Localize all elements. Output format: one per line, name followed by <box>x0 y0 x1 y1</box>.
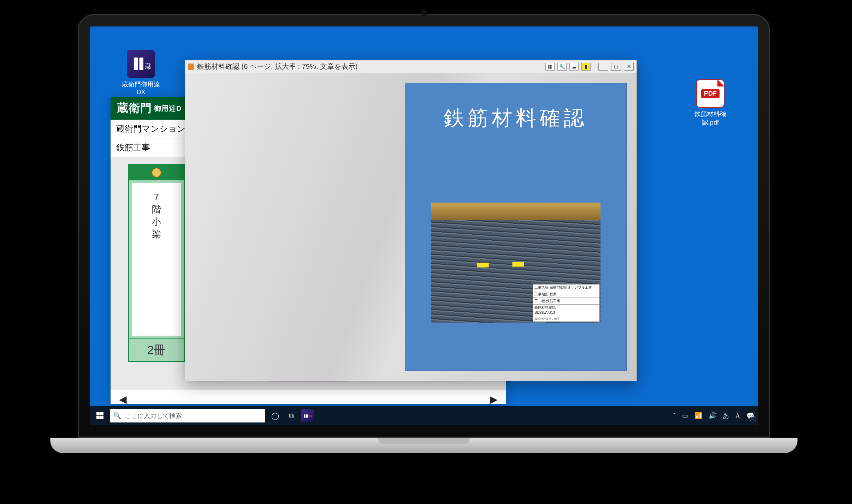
desktop-icon-pdf[interactable]: PDF 鉄筋材料確認.pdf <box>689 79 732 127</box>
cortana-icon[interactable]: ◯ <box>269 409 282 422</box>
desktop-icon-label: 蔵衛門御用達 DX <box>120 80 162 96</box>
grid-icon[interactable]: ▦ <box>545 63 555 71</box>
battery-icon[interactable]: ▭ <box>682 412 688 420</box>
pdf-icon: PDF <box>696 79 724 108</box>
book-count: 2冊 <box>129 338 184 361</box>
preview-page-left[interactable] <box>195 83 396 371</box>
app-mark-icon <box>188 64 194 70</box>
book-label: 7 階 小 梁 <box>132 183 181 336</box>
key-icon[interactable]: 🔧 <box>557 63 567 71</box>
svg-rect-3 <box>96 412 100 415</box>
ime-hiragana-icon[interactable]: あ <box>723 412 729 420</box>
category-name: 鉄筋工事 <box>116 142 150 153</box>
album-preview-window[interactable]: 鉄筋材料確認 (6 ページ, 拡大率 : 79%, 文章を表示) ▦ 🔧 ☁ ▮… <box>185 60 637 381</box>
cloud-icon[interactable]: ☁ <box>569 63 579 71</box>
book-spine-top <box>129 165 184 180</box>
photo-info-panel: 工事名称 蔵衛門御用達サンプル工事 工事場所 仁寮 工 種 鉄筋工事 鉄筋材料確… <box>533 284 600 322</box>
project-name: 蔵衛門マンションA <box>116 123 191 134</box>
svg-rect-0 <box>134 58 138 70</box>
shelf-prev-button[interactable]: ◀ <box>119 394 127 405</box>
taskbar-search[interactable]: 🔍 ここに入力して検索 <box>110 409 265 422</box>
wifi-icon[interactable]: 📶 <box>694 412 702 420</box>
action-center-icon[interactable]: 💬11 <box>746 412 754 420</box>
svg-rect-1 <box>140 58 143 70</box>
search-placeholder: ここに入力して検索 <box>125 412 182 420</box>
task-view-icon[interactable]: ⧉ <box>285 409 298 422</box>
volume-icon[interactable]: 🔊 <box>709 412 716 420</box>
ime-mode-icon[interactable]: A <box>735 412 740 420</box>
start-button[interactable] <box>94 409 106 422</box>
svg-text:蔵: 蔵 <box>145 62 150 70</box>
app-icon: 蔵 <box>127 50 155 78</box>
cover-photo: 工事名称 蔵衛門御用達サンプル工事 工事場所 仁寮 工 種 鉄筋工事 鉄筋材料確… <box>431 203 600 323</box>
preview-titlebar[interactable]: 鉄筋材料確認 (6 ページ, 拡大率 : 79%, 文章を表示) ▦ 🔧 ☁ ▮… <box>185 60 637 73</box>
minimize-button[interactable]: — <box>598 63 608 71</box>
desktop-screen: 蔵 蔵衛門御用達 DX PDF 鉄筋材料確認.pdf 蔵衛門 御用達D 蔵衛門マ… <box>90 26 758 425</box>
system-tray: ˄ ▭ 📶 🔊 あ A 💬11 <box>673 412 754 420</box>
preview-title-text: 鉄筋材料確認 (6 ページ, 拡大率 : 79%, 文章を表示) <box>197 62 357 71</box>
brand-sub: 御用達D <box>154 104 182 113</box>
preview-page-right[interactable]: 鉄筋材料確認 工事名称 蔵衛門御用達サンプル工事 工事場所 仁寮 工 種 鉄筋工… <box>405 83 627 371</box>
tray-chevron-icon[interactable]: ˄ <box>673 412 676 420</box>
desktop-icon-label: 鉄筋材料確認.pdf <box>689 110 732 127</box>
search-icon: 🔍 <box>113 412 121 420</box>
desktop-icon-kuraemon[interactable]: 蔵 蔵衛門御用達 DX <box>120 50 162 96</box>
brand-text: 蔵衛門 <box>117 101 152 116</box>
close-button[interactable]: ✕ <box>624 63 634 71</box>
pin-icon[interactable]: ▮ <box>581 63 591 71</box>
svg-rect-4 <box>100 412 103 415</box>
taskbar-pinned-kuraemon[interactable]: ▮▮es <box>301 409 314 422</box>
svg-rect-5 <box>96 416 100 419</box>
svg-rect-6 <box>100 416 103 419</box>
shelf-next-button[interactable]: ▶ <box>490 394 498 405</box>
document-title: 鉄筋材料確認 <box>444 104 588 132</box>
taskbar: 🔍 ここに入力して検索 ◯ ⧉ ▮▮es ˄ ▭ 📶 🔊 あ A 💬11 <box>90 406 758 425</box>
maximize-button[interactable]: □ <box>611 63 621 71</box>
preview-body: 鉄筋材料確認 工事名称 蔵衛門御用達サンプル工事 工事場所 仁寮 工 種 鉄筋工… <box>185 73 637 381</box>
album-book[interactable]: 7 階 小 梁 2冊 <box>128 164 185 362</box>
